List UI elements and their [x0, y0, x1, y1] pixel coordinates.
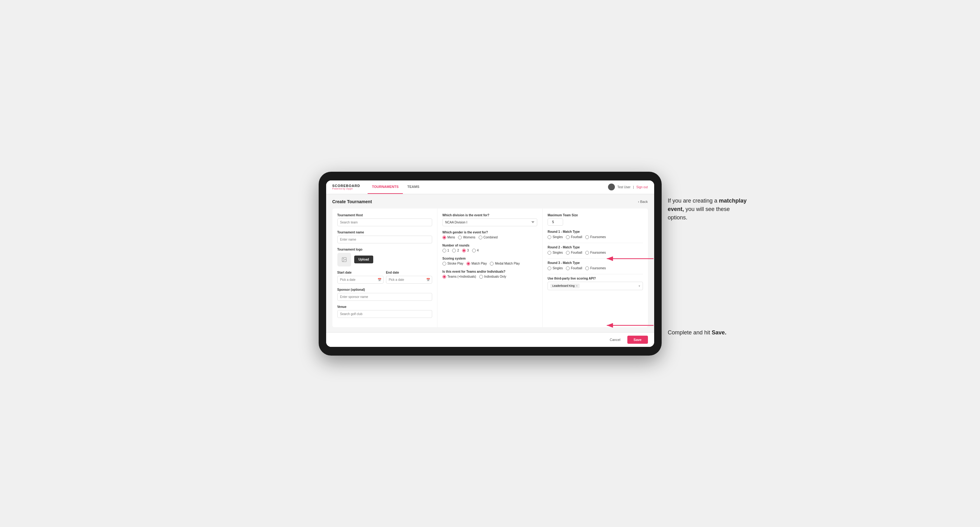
round-3-radio[interactable]: [462, 249, 466, 252]
end-date-section: End date 📅: [386, 271, 432, 284]
logo-label: Tournament logo: [337, 248, 432, 251]
round-4[interactable]: 4: [472, 249, 479, 252]
divider1: [547, 243, 643, 243]
sponsor-label: Sponsor (optional): [337, 288, 432, 291]
gender-mens[interactable]: Mens: [442, 236, 455, 239]
cancel-button[interactable]: Cancel: [606, 336, 625, 344]
end-date-wrap: 📅: [386, 276, 432, 284]
round2-singles-radio[interactable]: [547, 251, 551, 255]
round2-fourball-radio[interactable]: [566, 251, 570, 255]
round1-fourball[interactable]: Fourball: [566, 235, 582, 239]
back-button[interactable]: Back: [638, 200, 648, 203]
gender-womens[interactable]: Womens: [458, 236, 475, 239]
api-section: Use third-party live scoring API? Leader…: [547, 277, 643, 290]
round3-singles[interactable]: Singles: [547, 267, 563, 270]
round1-label: Round 1 - Match Type: [547, 230, 643, 233]
round3-foursomes-radio[interactable]: [585, 267, 589, 270]
round3-fourball[interactable]: Fourball: [566, 267, 582, 270]
dates-section: Start date 📅 End date: [337, 271, 432, 284]
scoring-medal[interactable]: Medal Match Play: [490, 262, 519, 265]
round3-fourball-radio[interactable]: [566, 267, 570, 270]
name-input[interactable]: [337, 236, 432, 243]
signout-link[interactable]: Sign out: [636, 186, 648, 189]
tab-tournaments[interactable]: TOURNAMENTS: [368, 181, 403, 194]
upload-button[interactable]: Upload: [354, 256, 374, 264]
left-column: Tournament Host Tournament name Tourname…: [332, 208, 438, 327]
round2-foursomes-radio[interactable]: [585, 251, 589, 255]
scoring-label: Scoring system: [442, 257, 537, 260]
gender-section: Which gender is the event for? Mens Wome…: [442, 231, 537, 239]
teams-individuals-radio[interactable]: [479, 275, 483, 279]
end-date-input[interactable]: [386, 276, 432, 284]
page-header: Create Tournament Back: [332, 199, 648, 204]
scoring-stroke[interactable]: Stroke Play: [442, 262, 463, 265]
teams-both-radio[interactable]: [442, 275, 446, 279]
host-label: Tournament Host: [337, 213, 432, 217]
page-title: Create Tournament: [332, 199, 372, 204]
start-date-wrap: 📅: [337, 276, 383, 284]
calendar-icon: 📅: [378, 278, 381, 281]
start-date-input[interactable]: [337, 276, 383, 284]
logo-placeholder: [337, 253, 351, 267]
form-grid: Tournament Host Tournament name Tourname…: [332, 208, 648, 327]
api-tag-close[interactable]: ×: [576, 284, 578, 288]
round2-match-section: Round 2 - Match Type Singles Fourball: [547, 246, 643, 255]
svg-point-1: [343, 258, 344, 259]
teams-label: Is this event for Teams and/or Individua…: [442, 270, 537, 273]
round-2[interactable]: 2: [452, 249, 459, 252]
main-content: Create Tournament Back Tournament Host T…: [326, 194, 654, 332]
tablet-frame: SCOREBOARD Powered by clippit TOURNAMENT…: [319, 172, 662, 356]
gender-combined-radio[interactable]: [479, 236, 482, 239]
start-label: Start date: [337, 271, 383, 274]
gender-mens-radio[interactable]: [442, 236, 446, 239]
round1-singles[interactable]: Singles: [547, 235, 563, 239]
round1-foursomes-radio[interactable]: [585, 235, 589, 239]
scoring-medal-radio[interactable]: [490, 262, 493, 265]
host-input[interactable]: [337, 219, 432, 226]
gender-womens-radio[interactable]: [458, 236, 462, 239]
divider3: [547, 274, 643, 274]
right-column: Maximum Team Size Round 1 - Match Type S…: [542, 208, 648, 327]
scoring-match-radio[interactable]: [466, 262, 470, 265]
division-select[interactable]: NCAA Division I: [442, 219, 537, 226]
max-team-input[interactable]: [547, 219, 563, 225]
teams-both[interactable]: Teams (+Individuals): [442, 275, 476, 279]
venue-input[interactable]: [337, 310, 432, 318]
round2-fourball[interactable]: Fourball: [566, 251, 582, 255]
round1-fourball-radio[interactable]: [566, 235, 570, 239]
tab-teams[interactable]: TEAMS: [403, 181, 424, 194]
round3-foursomes[interactable]: Foursomes: [585, 267, 606, 270]
round-3[interactable]: 3: [462, 249, 469, 252]
gender-radio-group: Mens Womens Combined: [442, 236, 537, 239]
scoring-match[interactable]: Match Play: [466, 262, 487, 265]
nav-right: Test User | Sign out: [608, 184, 648, 190]
round3-singles-radio[interactable]: [547, 267, 551, 270]
round2-singles[interactable]: Singles: [547, 251, 563, 255]
annotation-top: If you are creating a matchplay event, y…: [668, 172, 749, 222]
round-1[interactable]: 1: [442, 249, 449, 252]
round2-foursomes[interactable]: Foursomes: [585, 251, 606, 255]
round1-radio-group: Singles Fourball Foursomes: [547, 235, 643, 239]
save-button[interactable]: Save: [627, 336, 648, 344]
scoring-section: Scoring system Stroke Play Match Play: [442, 257, 537, 265]
round1-singles-radio[interactable]: [547, 235, 551, 239]
chevron-down-icon: ▾: [639, 284, 640, 288]
teams-individuals[interactable]: Individuals Only: [479, 275, 506, 279]
sponsor-input[interactable]: [337, 293, 432, 301]
round-1-radio[interactable]: [442, 249, 446, 252]
host-section: Tournament Host: [337, 213, 432, 226]
round1-foursomes[interactable]: Foursomes: [585, 235, 606, 239]
form-footer: Cancel Save: [326, 332, 654, 347]
date-row: Start date 📅 End date: [337, 271, 432, 284]
scoring-stroke-radio[interactable]: [442, 262, 446, 265]
round-2-radio[interactable]: [452, 249, 456, 252]
logo-title: SCOREBOARD: [332, 184, 360, 187]
round-4-radio[interactable]: [472, 249, 476, 252]
calendar-icon-end: 📅: [426, 278, 430, 281]
round1-match-section: Round 1 - Match Type Singles Fourball: [547, 230, 643, 239]
gender-combined[interactable]: Combined: [479, 236, 498, 239]
start-date-section: Start date 📅: [337, 271, 383, 284]
scoring-radio-group: Stroke Play Match Play Medal Match Play: [442, 262, 537, 265]
api-tag-input[interactable]: Leaderboard King × ▾: [547, 282, 643, 290]
round2-radio-group: Singles Fourball Foursomes: [547, 251, 643, 255]
